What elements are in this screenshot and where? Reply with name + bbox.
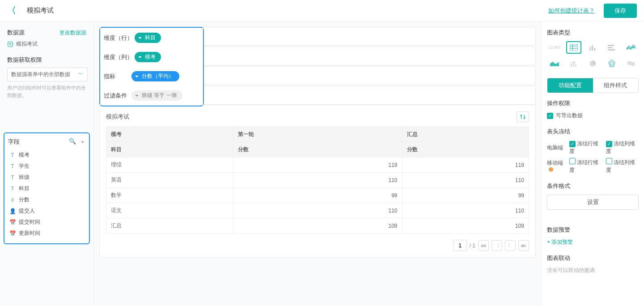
- freeze-mobile-col-checkbox[interactable]: 冻结列维度: [606, 158, 639, 174]
- pill-text: 模考: [145, 53, 156, 61]
- freeze-heading: 表头冻结: [547, 128, 639, 136]
- chart-type-line-icon[interactable]: [623, 41, 639, 54]
- td: 109: [402, 218, 529, 234]
- chart-type-number-icon[interactable]: 12,987: [547, 41, 563, 54]
- config-row-metric[interactable]: 指标 分数（平均）: [100, 67, 203, 86]
- chart-link-heading: 图表联动: [547, 254, 639, 262]
- search-icon[interactable]: 🔍: [69, 138, 76, 146]
- config-row-dim-row[interactable]: 维度（行） 科目: [100, 28, 203, 47]
- th: 汇总: [402, 127, 529, 142]
- help-link[interactable]: 如何创建统计表？: [548, 7, 595, 15]
- sort-icon: [520, 114, 526, 120]
- td: 110: [233, 173, 402, 188]
- chart-type-pie-icon[interactable]: [585, 57, 601, 70]
- datasource-heading: 数据源 更改数据源: [7, 29, 86, 37]
- metric-pill[interactable]: 分数（平均）: [131, 71, 179, 81]
- config-row-dim-col[interactable]: 维度（列） 模考: [100, 47, 203, 67]
- preview-card: 模拟考试 模考 第一轮 汇总 科目 分数 分数: [99, 105, 536, 258]
- permission-value: 数据源表单中的全部数据: [11, 71, 70, 78]
- table-row: 数学9999: [106, 188, 529, 203]
- chart-type-map-icon[interactable]: [623, 57, 639, 70]
- pager-prev-icon[interactable]: 〈: [491, 240, 502, 251]
- freeze-mobile-row-checkbox[interactable]: 冻结行维度: [569, 158, 602, 174]
- dimension-row-pill[interactable]: 科目: [135, 33, 161, 43]
- chart-type-area-icon[interactable]: [547, 57, 563, 70]
- freeze-pc-row-checkbox[interactable]: ✓ 冻结行维度: [569, 140, 602, 155]
- chart-type-hbar-icon[interactable]: [604, 41, 620, 54]
- td: 99: [233, 188, 402, 203]
- td: 110: [402, 173, 529, 188]
- field-label: 分数: [19, 196, 30, 204]
- export-data-checkbox-row[interactable]: ✓ 可导出数据: [547, 112, 639, 119]
- td: 110: [233, 203, 402, 218]
- save-button[interactable]: 保存: [604, 4, 637, 18]
- table-header-row: 科目 分数 分数: [106, 142, 529, 157]
- table-title: 模拟考试: [106, 113, 129, 121]
- field-item[interactable]: #分数: [8, 194, 85, 205]
- calendar-field-icon: 📅: [9, 230, 16, 237]
- tab-component-style[interactable]: 组件样式: [593, 78, 639, 93]
- td: 99: [402, 188, 529, 203]
- pager-next-icon[interactable]: 〉: [505, 240, 516, 251]
- filter-pill[interactable]: 班级 等于 一班: [131, 90, 182, 101]
- freeze-mobile-label: 移动端: [547, 159, 566, 173]
- td: 语文: [106, 203, 233, 218]
- pager-last-icon[interactable]: ⏭: [518, 240, 529, 251]
- dimension-col-pill[interactable]: 模考: [135, 52, 161, 62]
- config-tabs: 功能配置 组件样式: [547, 78, 639, 93]
- center-panel: 维度（行） 科目 维度（列） 模考 指标 分数（平均） 过滤条件 班级 等于 一…: [94, 21, 541, 306]
- svg-rect-12: [608, 49, 615, 51]
- change-datasource-link[interactable]: 更改数据源: [59, 29, 86, 37]
- freeze-pc-col-checkbox[interactable]: ✓ 冻结列维度: [606, 140, 639, 155]
- datasource-item[interactable]: 模拟考试: [7, 40, 86, 48]
- td: 英语: [106, 173, 233, 188]
- chart-type-radar-icon[interactable]: [604, 57, 620, 70]
- left-sidebar: 数据源 更改数据源 模拟考试 数据获取权限 数据源表单中的全部数据 ﹀ 用户访问…: [0, 21, 94, 306]
- top-bar: 〈 模拟考试 如何创建统计表？ 保存: [0, 0, 644, 21]
- checkbox-checked-icon: ✓: [547, 113, 553, 119]
- chart-type-table-icon[interactable]: [566, 41, 582, 54]
- field-item[interactable]: 👤提交人: [8, 205, 85, 217]
- pager-current-input[interactable]: [453, 240, 467, 251]
- field-label: 提交时间: [19, 218, 40, 226]
- pager-first-icon[interactable]: ⏮: [478, 240, 489, 251]
- cond-format-set-button[interactable]: 设置: [547, 195, 639, 210]
- svg-rect-11: [608, 47, 612, 48]
- permission-select[interactable]: 数据源表单中的全部数据 ﹀: [7, 68, 88, 81]
- svg-rect-7: [589, 47, 591, 51]
- field-item[interactable]: T模考: [8, 149, 85, 161]
- warning-dot-icon: [549, 167, 553, 172]
- add-field-icon[interactable]: ＋: [80, 138, 85, 146]
- form-icon: [7, 41, 13, 47]
- th: 分数: [402, 142, 529, 157]
- tab-function-config[interactable]: 功能配置: [547, 78, 593, 93]
- table-row: 英语110110: [106, 173, 529, 188]
- chart-type-combo-icon[interactable]: [566, 57, 582, 70]
- chart-type-grid: 12,987: [547, 41, 639, 70]
- svg-rect-14: [571, 64, 572, 67]
- text-field-icon: T: [9, 163, 16, 170]
- field-item[interactable]: 📅更新时间: [8, 228, 85, 239]
- config-row-filter[interactable]: 过滤条件 班级 等于 一班: [100, 86, 203, 105]
- user-field-icon: 👤: [9, 208, 16, 214]
- back-icon[interactable]: 〈: [7, 4, 16, 17]
- field-item[interactable]: T班级: [8, 172, 85, 183]
- field-label: 更新时间: [19, 230, 40, 237]
- data-table: 模考 第一轮 汇总 科目 分数 分数 理综119119英语110110数学999…: [106, 127, 529, 234]
- config-label: 过滤条件: [104, 92, 130, 100]
- export-data-label: 可导出数据: [556, 112, 583, 119]
- chart-type-bar-icon[interactable]: [585, 41, 601, 54]
- th: 分数: [233, 142, 402, 157]
- permission-hint: 用户访问组件时可以查看组件中的全部数据。: [7, 84, 86, 99]
- charttype-heading: 图表类型: [547, 29, 639, 37]
- td: 数学: [106, 188, 233, 203]
- sort-button[interactable]: [517, 111, 529, 122]
- td: 119: [402, 157, 529, 173]
- alert-heading: 数据预警: [547, 226, 639, 234]
- td: 汇总: [106, 218, 233, 234]
- field-item[interactable]: T学生: [8, 161, 85, 172]
- table-header-row: 模考 第一轮 汇总: [106, 127, 529, 142]
- field-item[interactable]: 📅提交时间: [8, 217, 85, 228]
- add-alert-link[interactable]: + 添加预警: [547, 238, 639, 246]
- field-item[interactable]: T科目: [8, 183, 85, 194]
